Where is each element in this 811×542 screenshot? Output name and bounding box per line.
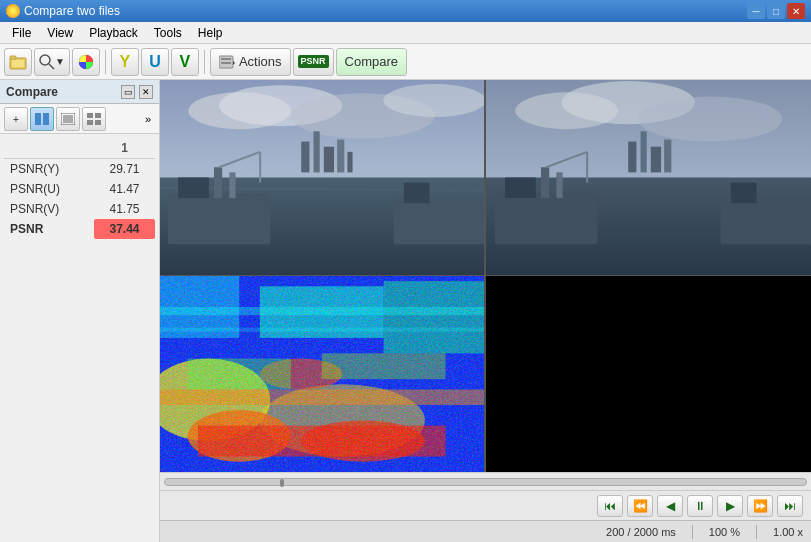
skip-start-button[interactable]: ⏮ [597,495,623,517]
toolbar-sep-2 [204,50,205,74]
main-area: Compare ▭ ✕ + [0,80,811,542]
compare-toolbar: + » [0,104,159,134]
u-channel-button[interactable]: U [141,48,169,76]
psnr-y-value: 29.71 [94,159,155,180]
video-cell-compressed [486,80,812,276]
menu-playback[interactable]: Playback [81,24,146,42]
toolbar: ▼ Y U V Actions PSNR Compare [0,44,811,80]
psnr-y-row: PSNR(Y) 29.71 [4,159,155,180]
svg-rect-25 [314,131,320,172]
scroll-thumb[interactable] [280,479,284,487]
svg-rect-73 [486,276,812,472]
restore-button[interactable]: ▭ [121,85,135,99]
next-frame-button[interactable]: ⏩ [747,495,773,517]
compare-header: Compare ▭ ✕ [0,80,159,104]
pause-button[interactable]: ⏸ [687,495,713,517]
svg-rect-44 [628,142,636,173]
svg-rect-17 [87,120,93,125]
frame-status: 200 / 2000 ms [606,526,676,538]
svg-rect-32 [168,193,271,244]
actions-button[interactable]: Actions [210,48,291,76]
scale-status: 1.00 x [773,526,803,538]
psnr-icon-button[interactable]: PSNR [293,48,334,76]
close-panel-button[interactable]: ✕ [139,85,153,99]
status-sep-2 [756,525,757,539]
svg-rect-27 [337,140,344,173]
compare-panel-title: Compare [6,85,58,99]
harbor-compressed [486,80,812,275]
maximize-button[interactable]: □ [767,3,785,19]
psnr-v-row: PSNR(V) 41.75 [4,199,155,219]
step-back-button[interactable]: ◀ [657,495,683,517]
more-options-button[interactable]: » [141,113,155,125]
minimize-button[interactable]: ─ [747,3,765,19]
svg-rect-26 [324,147,334,173]
video-cell-black [486,276,812,472]
psnr-v-label: PSNR(V) [4,199,94,219]
transport-controls: ⏮ ⏪ ◀ ⏸ ▶ ⏩ ⏭ [160,490,811,520]
psnr-u-label: PSNR(U) [4,179,94,199]
menu-tools[interactable]: Tools [146,24,190,42]
y-channel-button[interactable]: Y [111,48,139,76]
svg-rect-72 [160,276,484,472]
zoom-button[interactable]: ▼ [34,48,70,76]
v-channel-button[interactable]: V [171,48,199,76]
menu-bar: File View Playback Tools Help [0,22,811,44]
svg-rect-24 [301,142,309,173]
skip-end-button[interactable]: ⏭ [777,495,803,517]
svg-rect-55 [720,198,811,244]
stats-table: 1 PSNR(Y) 29.71 PSNR(U) 41.47 PSNR(V) 41… [0,134,159,542]
compare-label: Compare [345,54,398,69]
svg-rect-18 [95,120,101,125]
psnr-u-row: PSNR(U) 41.47 [4,179,155,199]
video-area: ⏮ ⏪ ◀ ⏸ ▶ ⏩ ⏭ 200 / 2000 ms 100 % 1.00 x [160,80,811,542]
menu-file[interactable]: File [4,24,39,42]
title-bar: Compare two files ─ □ ✕ [0,0,811,22]
view-mode-2[interactable] [56,107,80,131]
video-canvas [160,80,811,472]
compare-button[interactable]: Compare [336,48,407,76]
svg-rect-39 [404,183,430,204]
svg-rect-34 [214,167,222,198]
actions-label: Actions [239,54,282,69]
compare-header-controls: ▭ ✕ [121,85,153,99]
psnr-total-row: PSNR 37.44 [4,219,155,239]
svg-rect-45 [640,131,646,172]
svg-point-3 [40,55,50,65]
scroll-track[interactable] [164,478,807,486]
window-controls: ─ □ ✕ [747,3,805,19]
psnr-v-value: 41.75 [94,199,155,219]
svg-rect-50 [505,178,536,199]
svg-rect-28 [347,152,352,173]
svg-rect-47 [664,140,671,173]
window-title: Compare two files [24,4,743,18]
svg-marker-10 [233,61,235,65]
svg-rect-56 [730,183,756,204]
scroll-area [160,472,811,490]
svg-line-4 [49,64,54,69]
close-button[interactable]: ✕ [787,3,805,19]
prev-frame-button[interactable]: ⏪ [627,495,653,517]
svg-rect-15 [87,113,93,118]
col-1-header: 1 [94,138,155,159]
svg-rect-38 [394,198,484,244]
status-bar: 200 / 2000 ms 100 % 1.00 x [160,520,811,542]
view-mode-3[interactable] [82,107,106,131]
svg-rect-1 [10,56,16,59]
svg-rect-16 [95,113,101,118]
svg-rect-49 [494,193,597,244]
status-sep-1 [692,525,693,539]
open-button[interactable] [4,48,32,76]
svg-rect-12 [43,113,49,125]
toolbar-sep-1 [105,50,106,74]
step-fwd-button[interactable]: ▶ [717,495,743,517]
view-mode-1[interactable] [30,107,54,131]
menu-help[interactable]: Help [190,24,231,42]
harbor-original [160,80,484,275]
svg-rect-33 [178,178,209,199]
menu-view[interactable]: View [39,24,81,42]
add-column-button[interactable]: + [4,107,28,131]
svg-point-43 [638,96,782,141]
left-panel: Compare ▭ ✕ + [0,80,160,542]
color-button[interactable] [72,48,100,76]
